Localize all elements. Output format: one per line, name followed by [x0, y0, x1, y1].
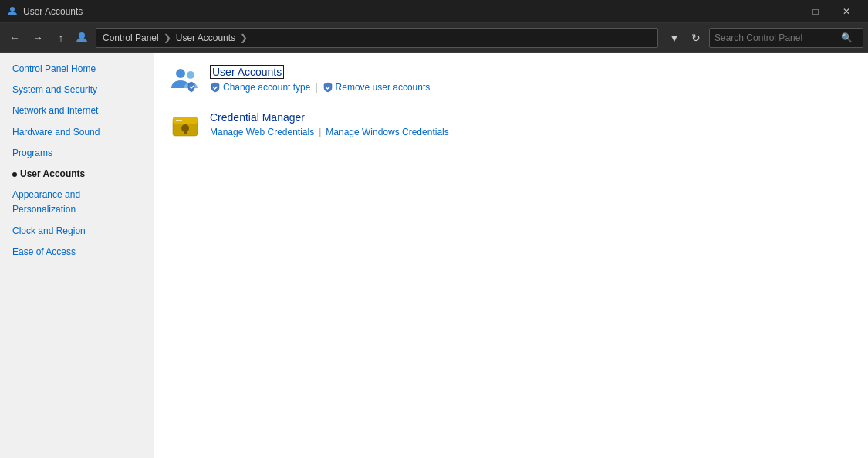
title-bar: User Accounts ─ □ ✕ [0, 0, 868, 23]
manage-web-credentials-link[interactable]: Manage Web Credentials [210, 127, 314, 137]
shield-icon-1 [210, 82, 221, 93]
remove-user-accounts-link[interactable]: Remove user accounts [323, 82, 431, 93]
window-icon [6, 5, 19, 18]
user-accounts-icon [170, 65, 201, 96]
refresh-button[interactable]: ↻ [686, 28, 706, 48]
address-icon [74, 30, 90, 46]
title-bar-controls: ─ □ ✕ [769, 0, 862, 23]
dropdown-button[interactable]: ▼ [664, 28, 684, 48]
window-title: User Accounts [23, 6, 83, 17]
sidebar-item-clock-region[interactable]: Clock and Region [0, 221, 154, 242]
address-control-panel[interactable]: Control Panel [103, 32, 159, 43]
svg-point-1 [79, 32, 85, 39]
credential-manager-content: Credential Manager Manage Web Credential… [210, 111, 853, 137]
sidebar-item-hardware-sound[interactable]: Hardware and Sound [0, 122, 154, 143]
address-user-accounts[interactable]: User Accounts [176, 32, 235, 43]
user-accounts-title: User Accounts [210, 65, 284, 79]
sidebar-user-accounts-label: User Accounts [20, 167, 85, 182]
sidebar: Control Panel Home System and Security N… [0, 53, 154, 458]
up-button[interactable]: ↑ [51, 28, 71, 48]
search-box[interactable]: 🔍 [709, 28, 863, 48]
user-accounts-content: User Accounts Change account type | [210, 65, 853, 93]
sidebar-item-ease-access[interactable]: Ease of Access [0, 242, 154, 263]
sidebar-item-user-accounts: User Accounts [0, 164, 154, 185]
address-bar[interactable]: Control Panel ❯ User Accounts ❯ [96, 28, 658, 48]
nav-bar: ← → ↑ Control Panel ❯ User Accounts ❯ ▼ … [0, 23, 868, 53]
title-bar-left: User Accounts [6, 5, 83, 18]
close-button[interactable]: ✕ [831, 0, 862, 23]
sidebar-item-programs[interactable]: Programs [0, 143, 154, 164]
search-input[interactable] [714, 32, 838, 43]
svg-rect-7 [184, 130, 187, 134]
link-sep-2: | [319, 127, 321, 137]
sidebar-item-control-panel-home[interactable]: Control Panel Home [0, 59, 154, 80]
sidebar-active-indicator: User Accounts [12, 167, 141, 182]
credential-manager-links: Manage Web Credentials | Manage Windows … [210, 127, 853, 137]
svg-point-3 [187, 71, 194, 79]
svg-point-2 [176, 69, 185, 78]
link-sep-1: | [315, 82, 317, 93]
address-sep-1: ❯ [164, 32, 171, 43]
bullet-dot [12, 172, 17, 177]
minimize-button[interactable]: ─ [769, 0, 800, 23]
address-sep-2: ❯ [240, 32, 248, 43]
sidebar-item-system-security[interactable]: System and Security [0, 80, 154, 100]
manage-windows-credentials-link[interactable]: Manage Windows Credentials [326, 127, 448, 137]
shield-icon-2 [323, 82, 333, 93]
sidebar-item-appearance[interactable]: Appearance andPersonalization [0, 185, 154, 220]
content-area: User Accounts Change account type | [154, 53, 868, 458]
change-account-type-link[interactable]: Change account type [210, 82, 310, 93]
credential-manager-title: Credential Manager [210, 111, 853, 124]
credential-manager-icon [170, 111, 201, 142]
credential-manager-section: Credential Manager Manage Web Credential… [170, 111, 853, 142]
main-container: Control Panel Home System and Security N… [0, 53, 868, 458]
search-icon[interactable]: 🔍 [841, 32, 853, 43]
forward-button[interactable]: → [28, 28, 48, 48]
back-button[interactable]: ← [5, 28, 25, 48]
user-accounts-links: Change account type | Remove user accoun… [210, 82, 853, 93]
maximize-button[interactable]: □ [800, 0, 831, 23]
sidebar-item-network-internet[interactable]: Network and Internet [0, 100, 154, 121]
user-accounts-section: User Accounts Change account type | [170, 65, 853, 96]
address-bar-right: ▼ ↻ [664, 28, 706, 48]
svg-point-0 [10, 7, 15, 12]
